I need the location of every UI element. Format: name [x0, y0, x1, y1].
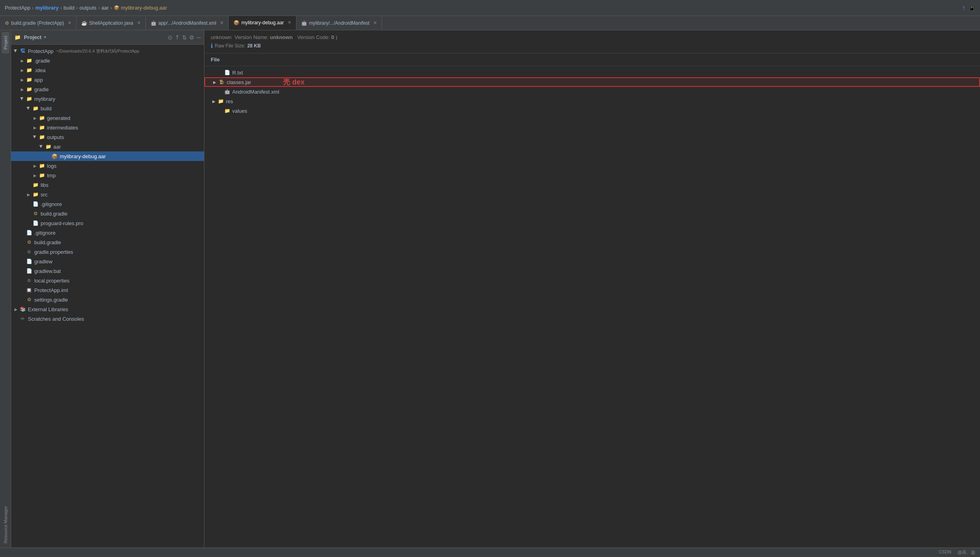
- status-csdn: CSDN: [939, 549, 951, 555]
- tree-item-libs[interactable]: ▶ 📁 libs: [11, 180, 204, 190]
- tree-item-mylibrary-debug-aar[interactable]: ▶ 📦 mylibrary-debug.aar: [11, 151, 204, 161]
- tab-shell-app-close[interactable]: ✕: [137, 20, 141, 25]
- tree-label-gradle: .gradle: [34, 58, 50, 64]
- gradle-icon: ⚙: [5, 20, 9, 26]
- tab-shell-app[interactable]: ☕ ShellApplication.java ✕: [76, 16, 146, 30]
- content-item-res[interactable]: ▶ 📁 res: [204, 96, 980, 106]
- settings-icon[interactable]: ⚙: [189, 34, 194, 41]
- content-item-classes-jar[interactable]: ▶ 🗜 classes.jar 壳 dex: [204, 77, 980, 87]
- tab-build-gradle-close[interactable]: ✕: [68, 20, 71, 25]
- version-info: unknown Version Name: unknown Version Co…: [211, 34, 974, 40]
- aar-icon-breadcrumb: 📦: [114, 5, 120, 10]
- tab-mylibrary-manifest[interactable]: 🤖 mylibrary/.../AndroidManifest ✕: [296, 16, 382, 30]
- device-icon[interactable]: 📱: [968, 5, 975, 11]
- file-icon-gradlew-bat: 📄: [25, 268, 33, 274]
- folder-icon-aar: 📁: [45, 143, 52, 150]
- minimize-icon[interactable]: ─: [197, 34, 201, 41]
- tree-item-protectapp-iml[interactable]: 🔲 ProtectApp.iml: [11, 285, 204, 295]
- tree-item-tmp[interactable]: ▶ 📁 tmp: [11, 171, 204, 180]
- tree-item-logs[interactable]: ▶ 📁 logs: [11, 161, 204, 171]
- sort-icon[interactable]: ⇅: [182, 34, 187, 41]
- tree-item-app[interactable]: ▶ 📁 app: [11, 75, 204, 84]
- tree-item-generated[interactable]: ▶ 📁 generated: [11, 113, 204, 123]
- tree-chevron-src: ▶: [25, 191, 32, 198]
- breadcrumb-outputs[interactable]: outputs: [79, 5, 96, 11]
- breadcrumb-file[interactable]: mylibrary-debug.aar: [121, 5, 167, 11]
- tree-item-gradlew-bat[interactable]: 📄 gradlew.bat: [11, 266, 204, 276]
- breadcrumb-mylibrary[interactable]: mylibrary: [35, 5, 59, 11]
- project-icon: 🏗: [19, 48, 26, 54]
- tree-item-local-properties[interactable]: ⚙ local.properties: [11, 276, 204, 285]
- tree-item-buildgradle-root[interactable]: ⚙ build.gradle: [11, 237, 204, 247]
- tree-label-protectapp-iml: ProtectApp.iml: [34, 287, 68, 293]
- tree-item-settings-gradle[interactable]: ⚙ settings.gradle: [11, 295, 204, 304]
- version-code-key: Version Code:: [297, 34, 330, 40]
- tab-mylibrary-manifest-close[interactable]: ✕: [373, 20, 377, 25]
- tree-item-build[interactable]: ▶ 📁 build: [11, 104, 204, 113]
- vtab-resource-manager[interactable]: Resource Manager: [2, 502, 10, 547]
- tree-label-idea: .idea: [34, 67, 45, 73]
- tree-item-buildgradle-lib[interactable]: ⚙ build.gradle: [11, 209, 204, 218]
- tab-mylibrary-manifest-label: mylibrary/.../AndroidManifest: [309, 20, 370, 26]
- breadcrumb-protectapp[interactable]: ProtectApp: [5, 5, 30, 11]
- tab-android-manifest-app[interactable]: 🤖 app/.../AndroidManifest.xml ✕: [146, 16, 229, 30]
- tree-item-outputs[interactable]: ▶ 📁 outputs: [11, 132, 204, 142]
- tree-label-gradle2: gradle: [34, 86, 49, 92]
- tree-item-gradle[interactable]: ▶ 📁 .gradle: [11, 56, 204, 65]
- left-vtabs: Project Resource Manager: [0, 30, 11, 547]
- main-area: Project Resource Manager 📁 Project ▼ ⊙ ⤒…: [0, 30, 980, 547]
- content-panel: unknown Version Name: unknown Version Co…: [204, 30, 980, 547]
- tree-item-protectapp[interactable]: ▶ 🏗 ProtectApp ~/Downloads/20.6.4 资料&代码/…: [11, 46, 204, 56]
- tree-item-gitignore-lib[interactable]: 📄 .gitignore: [11, 199, 204, 209]
- tree-chevron-external-libs: ▶: [13, 306, 19, 312]
- tab-android-manifest-close[interactable]: ✕: [220, 20, 223, 25]
- breadcrumb-aar[interactable]: aar: [101, 5, 109, 11]
- scope-icon[interactable]: ⊙: [168, 34, 172, 41]
- tab-mylibrary-debug-aar-label: mylibrary-debug.aar: [241, 20, 284, 25]
- tree-item-gitignore-root[interactable]: 📄 .gitignore: [11, 228, 204, 237]
- tree-item-gradle2[interactable]: ▶ 📁 gradle: [11, 84, 204, 94]
- file-icon-proguard: 📄: [32, 220, 39, 226]
- file-icon-rtxt: 📄: [223, 69, 231, 76]
- tree-item-intermediates[interactable]: ▶ 📁 intermediates: [11, 123, 204, 132]
- tree-item-gradle-properties[interactable]: ⚙ gradle.properties: [11, 247, 204, 257]
- tree-item-gradlew[interactable]: 📄 gradlew: [11, 257, 204, 266]
- tree-view: ▶ 🏗 ProtectApp ~/Downloads/20.6.4 资料&代码/…: [11, 45, 204, 547]
- tree-item-src[interactable]: ▶ 📁 src: [11, 190, 204, 199]
- info-icon: ℹ: [211, 43, 213, 49]
- content-item-rtxt[interactable]: 📄 R.txt: [204, 68, 980, 77]
- folder-icon-intermediates: 📁: [38, 124, 45, 131]
- folder-icon-idea: 📁: [25, 67, 33, 73]
- content-item-values[interactable]: 📁 values: [204, 106, 980, 116]
- collapse-icon[interactable]: ⤒: [175, 34, 180, 41]
- tree-label-aar: aar: [53, 144, 61, 150]
- tree-chevron-outputs: ▶: [32, 134, 38, 140]
- panel-header: 📁 Project ▼ ⊙ ⤒ ⇅ ⚙ ─: [11, 30, 204, 45]
- tree-item-external-libs[interactable]: ▶ 📚 External Libraries: [11, 304, 204, 314]
- tree-item-mylibrary[interactable]: ▶ 📁 mylibrary: [11, 94, 204, 104]
- tree-label-settings-gradle: settings.gradle: [34, 297, 68, 303]
- tree-item-aar[interactable]: ▶ 📁 aar: [11, 142, 204, 151]
- content-label-androidmanifest: AndroidManifest.xml: [232, 89, 279, 95]
- breadcrumb-sep-5: ›: [110, 5, 112, 11]
- tree-chevron-idea: ▶: [19, 67, 25, 73]
- tab-mylibrary-aar-close[interactable]: ✕: [288, 20, 291, 25]
- folder-icon-generated: 📁: [38, 115, 45, 121]
- tree-item-scratches[interactable]: ▶ ✏ Scratches and Consoles: [11, 314, 204, 324]
- panel-title-chevron[interactable]: ▼: [43, 35, 47, 39]
- file-size-value: 28 KB: [247, 43, 261, 49]
- version-code-paren: ): [335, 34, 337, 40]
- vtab-project[interactable]: Project: [2, 32, 10, 53]
- xml-icon-lib: 🤖: [301, 20, 307, 26]
- content-item-androidmanifest[interactable]: 🤖 AndroidManifest.xml: [204, 87, 980, 96]
- tree-item-idea[interactable]: ▶ 📁 .idea: [11, 65, 204, 75]
- folder-icon-libs: 📁: [32, 182, 39, 188]
- arrow-up-icon[interactable]: ↑: [962, 4, 965, 12]
- tree-chevron-mylibrary: ▶: [19, 96, 25, 102]
- breadcrumb-build[interactable]: build: [64, 5, 74, 11]
- tab-build-gradle[interactable]: ⚙ build.gradle (ProtectApp) ✕: [0, 16, 76, 30]
- tab-mylibrary-debug-aar[interactable]: 📦 mylibrary-debug.aar ✕: [229, 16, 296, 30]
- tree-chevron-intermediates: ▶: [32, 124, 38, 131]
- tree-label-libs: libs: [41, 182, 49, 188]
- tree-item-proguard[interactable]: 📄 proguard-rules.pro: [11, 218, 204, 228]
